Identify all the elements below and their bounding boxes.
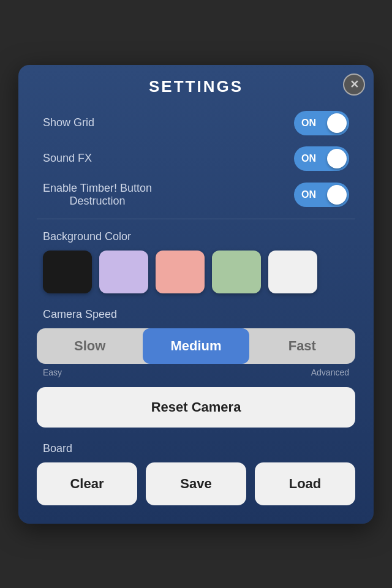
toggle-track-show-grid: ON xyxy=(294,111,349,135)
color-swatch-lavender[interactable] xyxy=(99,251,148,293)
toggle-track-sound-fx: ON xyxy=(294,146,349,171)
board-section: Board Clear Save Load xyxy=(37,442,355,505)
divider-1 xyxy=(37,219,355,219)
sound-fx-label: Sound FX xyxy=(43,152,92,165)
board-label: Board xyxy=(37,442,355,455)
clear-button[interactable]: Clear xyxy=(37,462,137,505)
close-icon: ✕ xyxy=(350,78,359,91)
speed-slow-button[interactable]: Slow xyxy=(37,328,143,364)
speed-sublabels: Easy Advanced xyxy=(37,368,355,377)
show-grid-toggle[interactable]: ON xyxy=(294,111,349,135)
speed-medium-button[interactable]: Medium xyxy=(143,328,249,364)
settings-modal: ✕ SETTINGS Show Grid ON Sound FX ON Enab… xyxy=(18,65,374,524)
sound-fx-row: Sound FX ON xyxy=(37,146,355,171)
background-color-label: Background Color xyxy=(37,230,355,243)
close-button[interactable]: ✕ xyxy=(343,74,365,96)
board-buttons-container: Clear Save Load xyxy=(37,462,355,505)
color-swatch-black[interactable] xyxy=(43,251,92,293)
timber-destruction-label: Enable Timber! Button Destruction xyxy=(43,182,152,208)
color-swatch-pink[interactable] xyxy=(156,251,205,293)
sound-fx-toggle-label: ON xyxy=(301,153,316,164)
show-grid-label: Show Grid xyxy=(43,116,94,129)
speed-advanced-label: Advanced xyxy=(311,368,349,377)
color-swatch-green[interactable] xyxy=(212,251,261,293)
toggle-thumb-timber xyxy=(327,185,347,205)
sound-fx-toggle[interactable]: ON xyxy=(294,146,349,171)
color-swatches-container xyxy=(37,251,355,293)
speed-easy-label: Easy xyxy=(43,368,62,377)
show-grid-row: Show Grid ON xyxy=(37,111,355,135)
reset-camera-button[interactable]: Reset Camera xyxy=(37,387,355,428)
timber-destruction-row: Enable Timber! Button Destruction ON xyxy=(37,182,355,208)
load-button[interactable]: Load xyxy=(255,462,355,505)
timber-toggle-label: ON xyxy=(301,189,316,200)
color-swatch-white[interactable] xyxy=(268,251,317,293)
show-grid-toggle-label: ON xyxy=(301,118,316,129)
toggle-thumb-sound-fx xyxy=(327,149,347,168)
speed-fast-button[interactable]: Fast xyxy=(249,328,355,364)
toggle-track-timber: ON xyxy=(294,183,349,207)
timber-destruction-toggle[interactable]: ON xyxy=(294,183,349,207)
save-button[interactable]: Save xyxy=(146,462,246,505)
camera-speed-label: Camera Speed xyxy=(37,308,355,321)
camera-speed-segmented: Slow Medium Fast xyxy=(37,328,355,364)
settings-title: SETTINGS xyxy=(37,77,355,96)
toggle-thumb-show-grid xyxy=(327,113,347,133)
